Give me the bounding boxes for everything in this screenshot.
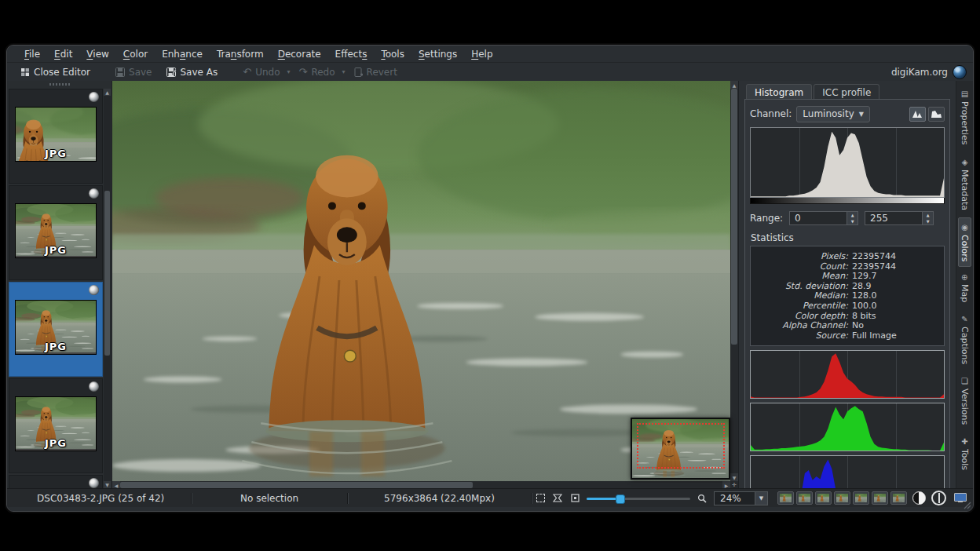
menu-settings[interactable]: Settings xyxy=(412,47,463,61)
tool-bar: Close Editor Save Save As ↶ Undo ▾ ↷ Red… xyxy=(7,63,973,82)
preview-mode-button[interactable] xyxy=(796,491,813,505)
range-min-spinbox[interactable]: 0 ▲▼ xyxy=(789,211,858,225)
over-exposure-indicator[interactable] xyxy=(931,491,946,505)
thumbbar-drag-handle[interactable] xyxy=(7,81,112,87)
tone-gradient-strip xyxy=(750,198,945,204)
thumbbar-scrollbar[interactable]: ▲ ▼ xyxy=(104,89,111,488)
tab-histogram[interactable]: Histogram xyxy=(746,84,812,99)
canvas-vertical-scrollbar[interactable]: ▲ ▼ xyxy=(730,81,738,481)
editor-canvas: ▲ ▼ ◀ ▶ ✛ xyxy=(112,81,738,489)
preview-mode-button[interactable] xyxy=(890,491,907,505)
tab-icc-profile[interactable]: ICC profile xyxy=(814,84,879,99)
spin-down-icon[interactable]: ▼ xyxy=(847,218,858,224)
thumbnail-image: JPG xyxy=(15,300,97,355)
scroll-down-icon[interactable]: ▼ xyxy=(730,473,738,481)
menu-edit[interactable]: Edit xyxy=(48,47,79,61)
right-tab-strip: ▤Properties ◈Metadata ◉Colors ⊕Map ✎Capt… xyxy=(956,81,973,489)
undo-dropdown-arrow[interactable]: ▾ xyxy=(287,68,291,75)
scroll-up-icon[interactable]: ▲ xyxy=(104,89,111,96)
geolocation-icon xyxy=(89,188,99,199)
save-as-icon xyxy=(166,68,177,77)
metadata-icon: ◈ xyxy=(960,158,969,166)
menu-help[interactable]: Help xyxy=(465,47,499,61)
linear-scale-button[interactable] xyxy=(909,107,926,122)
thumbnail-image: JPG xyxy=(15,203,97,258)
tab-captions[interactable]: ✎Captions xyxy=(958,309,971,370)
preview-mode-button[interactable] xyxy=(777,491,794,505)
captions-icon: ✎ xyxy=(960,315,969,323)
revert-button[interactable]: Revert xyxy=(349,65,403,79)
menu-transform[interactable]: Transform xyxy=(210,47,270,61)
zoom-fit-button[interactable] xyxy=(695,492,709,505)
undo-button[interactable]: ↶ Undo xyxy=(237,65,285,79)
menu-decorate[interactable]: Decorate xyxy=(272,47,327,61)
spin-down-icon[interactable]: ▼ xyxy=(923,218,933,224)
magnifier-icon xyxy=(697,494,707,503)
thumbnail-item[interactable]: JPG xyxy=(9,89,103,184)
pan-preview[interactable] xyxy=(631,418,730,480)
geolocation-icon xyxy=(89,285,99,295)
redo-dropdown-arrow[interactable]: ▾ xyxy=(342,68,346,75)
thumbnail-item[interactable] xyxy=(9,475,103,489)
tab-colors[interactable]: ◉Colors xyxy=(958,217,971,267)
thumbnail-sidebar: JPG JPG JPG xyxy=(7,81,112,489)
menu-tools[interactable]: Tools xyxy=(375,47,411,61)
zoom-value: 24% xyxy=(714,491,755,505)
preview-mode-button[interactable] xyxy=(872,491,888,505)
tab-tools[interactable]: ✚Tools xyxy=(958,432,971,476)
format-badge: JPG xyxy=(45,244,67,256)
thumbnail-item-selected[interactable]: JPG xyxy=(9,282,103,377)
status-filename: DSC03483-2.JPG (25 of 42) xyxy=(12,489,189,507)
fit-selection-button[interactable] xyxy=(533,492,547,505)
chevron-down-icon[interactable]: ▼ xyxy=(755,491,768,505)
close-editor-button[interactable]: Close Editor xyxy=(15,65,96,79)
vertical-scroll-thumb[interactable] xyxy=(731,89,737,345)
format-badge: JPG xyxy=(45,148,67,159)
zoom-slider-knob[interactable] xyxy=(616,494,625,504)
menu-enhance[interactable]: Enhance xyxy=(155,47,209,61)
range-label: Range: xyxy=(750,213,783,224)
save-button[interactable]: Save xyxy=(110,65,157,79)
app-window: File Edit View Color Enhance Transform D… xyxy=(6,45,974,512)
tab-properties[interactable]: ▤Properties xyxy=(958,84,971,151)
under-exposure-indicator[interactable] xyxy=(912,491,926,505)
thumbnail-image: JPG xyxy=(15,396,97,451)
statistics-title: Statistics xyxy=(751,232,945,243)
log-scale-button[interactable] xyxy=(928,107,945,122)
zoom-100-button[interactable] xyxy=(568,492,582,505)
linear-histogram-icon xyxy=(912,110,923,118)
resize-grip[interactable] xyxy=(961,499,971,509)
revert-icon xyxy=(354,68,363,77)
tab-map[interactable]: ⊕Map xyxy=(958,268,971,308)
redo-button[interactable]: ↷ Redo xyxy=(294,65,341,79)
scroll-up-icon[interactable]: ▲ xyxy=(730,81,738,89)
menu-view[interactable]: View xyxy=(80,47,115,61)
spin-up-icon[interactable]: ▲ xyxy=(923,212,933,218)
log-histogram-icon xyxy=(931,110,942,118)
tab-metadata[interactable]: ◈Metadata xyxy=(958,152,971,216)
right-sidebar-panel: Histogram ICC profile Channel: Luminosit… xyxy=(738,81,956,489)
scroll-down-icon[interactable]: ▼ xyxy=(104,481,111,488)
spin-up-icon[interactable]: ▲ xyxy=(847,212,858,218)
undo-icon: ↶ xyxy=(243,68,251,76)
digikam-logo-icon xyxy=(953,65,967,79)
range-max-spinbox[interactable]: 255 ▲▼ xyxy=(865,211,934,225)
tools-icon: ✚ xyxy=(960,437,969,446)
menu-file[interactable]: File xyxy=(18,47,46,61)
menu-effects[interactable]: Effects xyxy=(329,47,374,61)
preview-mode-button[interactable] xyxy=(834,491,850,505)
thumbnail-item[interactable]: JPG xyxy=(9,378,103,473)
fit-window-button[interactable] xyxy=(550,492,565,505)
thumbbar-scroll-thumb[interactable] xyxy=(104,191,110,356)
thumbnail-item[interactable]: JPG xyxy=(9,185,103,280)
preview-mode-button[interactable] xyxy=(815,491,832,505)
channel-select[interactable]: Luminosity▼ xyxy=(796,106,870,122)
horizontal-scroll-thumb[interactable] xyxy=(120,482,473,488)
zoom-slider[interactable] xyxy=(587,492,690,505)
save-as-button[interactable]: Save As xyxy=(161,65,224,79)
menu-color[interactable]: Color xyxy=(117,47,154,61)
tab-versions[interactable]: ❏Versions xyxy=(958,371,971,430)
preview-mode-button[interactable] xyxy=(853,491,869,505)
zoom-level-combo[interactable]: 24% ▼ xyxy=(714,491,768,505)
green-channel-histogram xyxy=(750,403,945,451)
